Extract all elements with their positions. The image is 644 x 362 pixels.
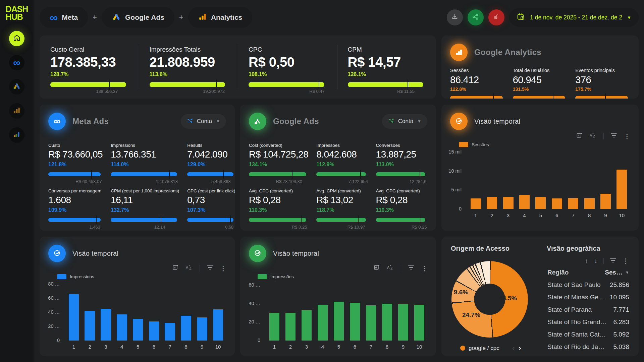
sort-down-icon[interactable]: ↓ <box>594 257 598 265</box>
sort-az-icon[interactable]: AZ <box>589 132 597 140</box>
bar[interactable] <box>616 170 627 209</box>
clean-button[interactable] <box>488 9 504 25</box>
table-row[interactable]: State of Rio de Ja… 5.038 <box>547 341 631 353</box>
gads-metric: Avg. CPC (converted) R$ 0,28 110.3% R$ 0… <box>249 188 308 222</box>
share-button[interactable] <box>468 9 484 25</box>
bar[interactable] <box>350 303 360 341</box>
sort-az-icon[interactable]: AZ <box>185 264 193 272</box>
bar[interactable] <box>552 198 562 209</box>
bar[interactable] <box>302 310 312 341</box>
sort-up-icon[interactable]: ↑ <box>585 257 588 265</box>
column-sessions[interactable]: Ses… ▼ <box>605 269 629 276</box>
kebab-menu-icon[interactable]: ⋮ <box>421 264 428 272</box>
bar[interactable] <box>584 198 595 209</box>
bar[interactable] <box>568 198 578 209</box>
bar[interactable] <box>503 197 514 209</box>
prev-icon[interactable]: ‹ <box>512 343 515 353</box>
meta-metric: Impressions 13.766.351 114.0% 12.078.318 <box>111 143 179 176</box>
bar[interactable] <box>165 323 175 341</box>
metric-progress-bar: 138.556,37 <box>50 82 126 87</box>
account-selector[interactable]: Conta ▼ <box>382 114 427 129</box>
bar[interactable] <box>600 194 611 209</box>
card-header: Visão temporal <box>240 237 436 265</box>
google-analytics-card: Google Analytics Sessões 86.412 122.8% 7… <box>441 36 639 99</box>
metric-percent: 108.1% <box>249 71 326 77</box>
target-value: R$ 10,97 <box>347 225 365 230</box>
download-button[interactable] <box>447 9 463 25</box>
date-range-picker[interactable]: 1 de nov. de 2025 - 21 de dez. de 2 ▼ <box>509 8 639 27</box>
metric-label: CPC (cost per link click) <box>187 188 235 193</box>
chart-config-icon[interactable] <box>576 132 583 140</box>
toolbar-divider <box>603 133 604 139</box>
bar[interactable] <box>117 314 127 341</box>
bar[interactable] <box>197 317 207 341</box>
sidebar: DASH HUB ∞ <box>0 0 34 362</box>
progress-fill <box>111 172 177 176</box>
bar[interactable] <box>133 319 143 341</box>
bar[interactable] <box>149 321 159 341</box>
target-value: 19.200.972 <box>203 89 225 94</box>
target-value: 138.556,37 <box>96 89 118 94</box>
bar-slot <box>299 281 315 341</box>
google-ads-icon <box>12 82 21 92</box>
bar-slot <box>363 281 379 341</box>
tab-analytics[interactable]: Analytics <box>188 7 252 28</box>
chart-config-icon[interactable] <box>172 264 179 272</box>
kpi-metric: Impressões Totais 21.808.959 113.6% 19.2… <box>139 46 238 87</box>
bar[interactable] <box>318 305 328 341</box>
filter-icon[interactable] <box>408 265 415 272</box>
bar[interactable] <box>101 309 111 341</box>
sort-az-icon[interactable]: AZ <box>387 264 394 272</box>
kebab-menu-icon[interactable]: ⋮ <box>220 264 227 272</box>
bar-slot <box>178 281 194 341</box>
table-row[interactable]: State of Rio Grand… 6.283 <box>547 316 631 328</box>
filter-icon[interactable] <box>610 133 617 139</box>
brand-line2: HUB <box>6 13 28 21</box>
chart-config-icon[interactable] <box>373 264 380 272</box>
sidebar-item-home[interactable] <box>9 31 24 46</box>
column-region[interactable]: Região <box>547 269 605 276</box>
bar[interactable] <box>471 198 481 209</box>
bar[interactable] <box>398 304 409 341</box>
bar[interactable] <box>382 304 392 341</box>
kebab-menu-icon[interactable]: ⋮ <box>624 132 631 140</box>
y-tick-label: 80 … <box>48 281 60 287</box>
bar[interactable] <box>414 305 425 341</box>
bar[interactable] <box>487 197 497 209</box>
clock-trend-icon <box>48 245 66 262</box>
sidebar-item-analytics[interactable] <box>9 103 24 119</box>
table-row[interactable]: State of Sao Paulo 25.856 <box>547 279 631 291</box>
chart-legend: Sessões <box>459 142 639 147</box>
filter-icon[interactable] <box>207 265 213 272</box>
bar[interactable] <box>285 313 296 341</box>
table-row[interactable]: State of Parana 7.771 <box>547 303 631 316</box>
bar[interactable] <box>366 305 376 341</box>
card-title: Google Analytics <box>474 48 541 57</box>
table-row[interactable]: North Carolina 2.427 <box>547 353 631 356</box>
bar[interactable] <box>181 316 191 341</box>
next-icon[interactable]: › <box>518 343 521 353</box>
sidebar-item-looker-studio[interactable] <box>9 127 24 143</box>
bar[interactable] <box>519 195 530 209</box>
table-row[interactable]: State of Minas Ge… 10.095 <box>547 291 631 303</box>
tab-meta[interactable]: ∞ Meta <box>40 7 88 28</box>
tab-google-ads[interactable]: Google Ads <box>102 7 174 28</box>
filter-icon[interactable] <box>610 258 616 264</box>
sidebar-item-google-ads[interactable] <box>9 79 24 95</box>
bar[interactable] <box>535 197 546 209</box>
table-row[interactable]: State of Santa Cat… 5.092 <box>547 328 631 341</box>
x-tick-label: 9 <box>194 344 210 350</box>
ga-metrics: Sessões 86.412 122.8% 70.348 Total de us… <box>441 66 639 99</box>
app: DASH HUB ∞ <box>0 0 644 362</box>
bar[interactable] <box>213 309 223 341</box>
bar[interactable] <box>269 313 280 341</box>
bar[interactable] <box>69 294 79 341</box>
kebab-menu-icon[interactable]: ⋮ <box>623 257 629 265</box>
account-selector[interactable]: Conta ▼ <box>181 114 226 129</box>
bar[interactable] <box>85 311 95 341</box>
gads-metric: Conversões 13.887,25 113.0% 12.284,6 <box>376 143 427 176</box>
sidebar-item-meta[interactable]: ∞ <box>9 55 24 70</box>
metric-percent: 129.0% <box>187 162 235 168</box>
bar[interactable] <box>334 302 344 341</box>
gads-metric: Avg. CPM (converted) R$ 13,02 118.7% R$ … <box>316 188 368 222</box>
